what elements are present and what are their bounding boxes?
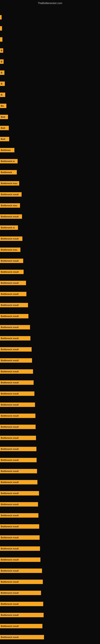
bar-label: Bottleneck result [0,258,23,263]
bar-label: Bottleneck result [0,447,36,451]
bar-label: Bottleneck result [0,513,38,518]
bar-item: Bottleneck result [0,602,43,606]
bar-item: Bottleneck result [0,458,37,462]
bar-item: Bottleneck result [0,480,37,484]
bar-item: Bottleneck result [0,325,30,330]
bar-label: B [0,59,3,64]
bar-item: B [0,92,5,97]
bar-label: Bottleneck result [0,546,40,551]
bar-item: Bottleneck result [0,580,43,584]
bar-label: Bottleneck result [0,369,33,374]
bar-item: Bottleneck result [0,447,36,451]
bar-label: Bottleneck result [0,414,35,418]
bar-item: Bottleneck result [0,546,40,551]
bar-label: Bottleneck result [0,270,24,274]
bar-label: Bottleneck result [0,292,26,296]
bar-label: Bottleneck result [0,380,34,385]
bar-item: Bottleneck result [0,258,23,263]
bar-item: Bottleneck resu [0,248,20,252]
bar-label: Bott [0,126,9,130]
bar-label: Bottleneck result [0,358,32,363]
bar-item: Bott [0,137,9,141]
bar-label: Bottleneck result [0,591,41,595]
bar-item: Bottleneck resu [0,181,19,186]
bar-label: Bottleneck result [0,281,26,285]
bar-item [0,37,2,42]
bar-label: Bottleneck result [0,568,42,573]
bar-label: B [0,48,3,53]
bar-label: Bottlenec [0,148,14,152]
bar-item: Bottleneck result [0,502,38,506]
bar-item: Bottleneck resu [0,203,20,208]
bar-item: Bottleneck result [0,568,42,573]
bar-item: Bottleneck result [0,236,22,241]
bar-item: Bottleneck result [0,591,41,595]
bar-label: Bottleneck result [0,502,38,506]
bar-label: Bottleneck result [0,480,37,484]
bar-item: Bottleneck result [0,414,35,418]
bar-label: Bottleneck result [0,491,39,496]
bar-item: Bottleneck result [0,380,34,385]
bar-item: Bottleneck result [0,469,37,473]
bar-label: Bottleneck result [0,392,34,396]
bar-item: Bott [0,115,8,119]
bar-item: B [0,70,4,75]
bar-label: Bottleneck result [0,192,22,196]
bar-label [0,37,2,42]
bar-item: Bottleneck result [0,314,28,318]
bar-item: Bottleneck result [0,491,39,496]
site-title: TheBottlenecker.com [38,2,62,5]
bar-label: Bottleneck [0,170,17,174]
bar-label: Bottleneck result [0,325,30,330]
bar-label: Bottleneck result [0,425,36,429]
bar-item: Bottleneck result [0,535,40,540]
bar-item: B [0,82,5,86]
bar-item: Bottleneck re [0,159,18,164]
bar-label: Bottleneck result [0,580,43,584]
bar-item: Bottleneck result [0,436,36,440]
bar-item: Bottleneck result [0,524,39,529]
bar-label: B [0,82,5,86]
bar-label: Bottleneck result [0,436,36,440]
bar-item: Bo [0,104,6,108]
bar-label: Bottleneck resu [0,248,20,252]
bar-label: Bottleneck result [0,469,37,473]
bar-item: Bottlenec [0,148,14,152]
bar-item: Bott [0,126,9,130]
bar-item: Bottleneck result [0,392,34,396]
bar-item [0,15,1,20]
bar-label: Bott [0,115,8,119]
bar-label: Bottleneck re [0,159,18,164]
bar-label: Bottleneck result [0,458,37,462]
bar-item: Bottleneck result [0,402,35,407]
bar-label: Bottleneck re [0,226,18,230]
bar-label: Bottleneck result [0,303,28,307]
bar-item: Bottleneck result [0,558,40,562]
bar-item: Bottleneck result [0,347,32,352]
bar-item: Bottleneck re [0,226,18,230]
bar-item: Bottleneck result [0,192,22,196]
bar-item: Bottleneck result [0,281,26,285]
bar-label: Bottleneck result [0,535,40,540]
bar-item: B [0,59,3,64]
bar-item: Bottleneck result [0,358,32,363]
bar-item: Bottleneck result [0,635,44,639]
bar-item: Bottleneck result [0,369,33,374]
bar-label: Bott [0,137,9,141]
bar-item: Bottleneck [0,170,17,174]
bar-label: Bottleneck result [0,624,42,628]
bar-label: Bottleneck result [0,602,43,606]
bar-label: Bottleneck result [0,402,35,407]
bar-label: Bottleneck result [0,214,22,219]
bar-label: Bottleneck result [0,336,30,340]
bar-label [0,26,2,30]
bar-item: Bottleneck result [0,624,42,628]
bar-item: Bottleneck result [0,336,30,340]
bar-label: Bottleneck resu [0,203,20,208]
bar-item: Bottleneck result [0,613,44,617]
bar-label: Bottleneck result [0,347,32,352]
bar-label [0,15,1,20]
bar-label: Bo [0,104,6,108]
bar-item: Bottleneck result [0,270,24,274]
bar-label: Bottleneck result [0,558,40,562]
